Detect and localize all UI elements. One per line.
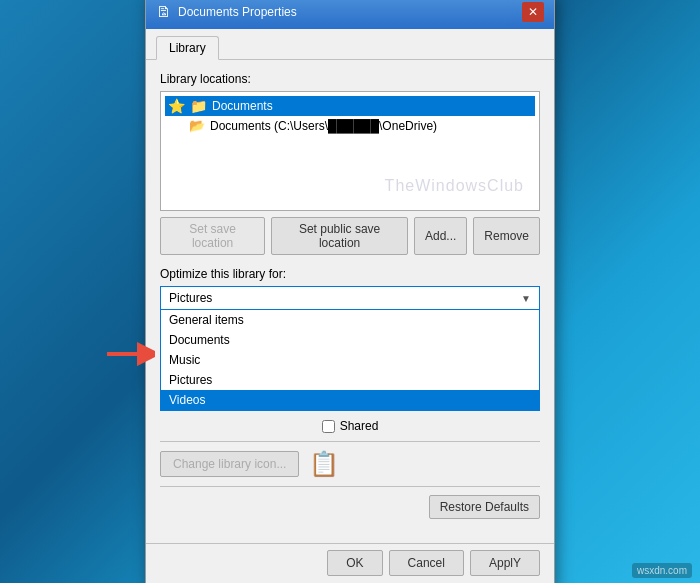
title-bar: 🖺 Documents Properties ✕ [146, 0, 554, 29]
dropdown-option-documents[interactable]: Documents [161, 330, 539, 350]
library-icon-preview: 📋 [309, 450, 339, 478]
footer-buttons: OK Cancel ApplY [146, 543, 554, 583]
remove-button[interactable]: Remove [473, 217, 540, 255]
ok-button[interactable]: OK [327, 550, 382, 576]
set-public-save-location-button[interactable]: Set public save location [271, 217, 408, 255]
apply-button[interactable]: ApplY [470, 550, 540, 576]
chevron-down-icon: ▼ [521, 293, 531, 304]
shared-checkbox-row: Shared [160, 419, 540, 433]
dialog-content: Library locations: ⭐ 📁 Documents 📂 Docum… [146, 60, 554, 539]
optimize-label: Optimize this library for: [160, 267, 540, 281]
change-library-icon-row: Change library icon... 📋 [160, 450, 540, 478]
list-item[interactable]: 📂 Documents (C:\Users\██████\OneDrive) [165, 116, 535, 135]
library-folder-icon: 📁 [190, 98, 207, 114]
tab-bar: Library [146, 29, 554, 60]
library-folder-icon: 📂 [189, 118, 205, 133]
library-star-icon: ⭐ [168, 98, 185, 114]
divider-2 [160, 486, 540, 487]
shared-checkbox[interactable] [322, 420, 335, 433]
location-buttons-row: Set save location Set public save locati… [160, 217, 540, 255]
optimize-dropdown-list: General items Documents Music Pictures V… [160, 310, 540, 411]
dropdown-option-pictures[interactable]: Pictures [161, 370, 539, 390]
set-save-location-button[interactable]: Set save location [160, 217, 265, 255]
divider [160, 441, 540, 442]
add-button[interactable]: Add... [414, 217, 467, 255]
optimize-dropdown-area: Pictures ▼ General items Documents Music… [160, 286, 540, 411]
library-item-name: Documents (C:\Users\██████\OneDrive) [210, 119, 437, 133]
library-locations-label: Library locations: [160, 72, 540, 86]
watermark-badge: wsxdn.com [632, 563, 692, 578]
optimize-selected-value: Pictures [169, 291, 212, 305]
close-button[interactable]: ✕ [522, 2, 544, 22]
dialog-title: Documents Properties [178, 5, 297, 19]
dialog-window: 🖺 Documents Properties ✕ Library Library… [145, 0, 555, 583]
watermark: TheWindowsClub [385, 177, 524, 195]
restore-defaults-row: Restore Defaults [160, 495, 540, 519]
shared-label: Shared [340, 419, 379, 433]
change-library-icon-button[interactable]: Change library icon... [160, 451, 299, 477]
cancel-button[interactable]: Cancel [389, 550, 464, 576]
list-item[interactable]: ⭐ 📁 Documents [165, 96, 535, 116]
dropdown-option-general[interactable]: General items [161, 310, 539, 330]
library-list: ⭐ 📁 Documents 📂 Documents (C:\Users\████… [160, 91, 540, 211]
restore-defaults-button[interactable]: Restore Defaults [429, 495, 540, 519]
library-item-name: Documents [212, 99, 273, 113]
tab-library[interactable]: Library [156, 36, 219, 60]
dropdown-option-videos[interactable]: Videos [161, 390, 539, 410]
arrow-indicator [105, 339, 155, 372]
dropdown-option-music[interactable]: Music [161, 350, 539, 370]
optimize-dropdown-header[interactable]: Pictures ▼ [160, 286, 540, 310]
dialog-icon: 🖺 [156, 4, 172, 20]
